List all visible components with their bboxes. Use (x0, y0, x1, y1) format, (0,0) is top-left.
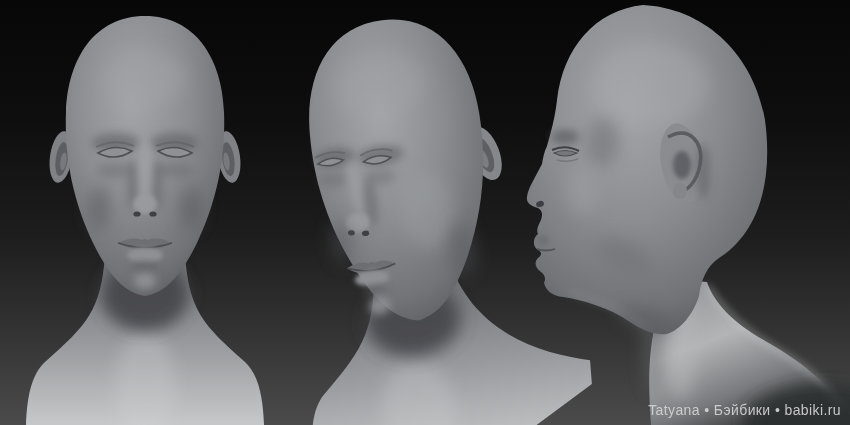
watermark: Tatyana • Бэйбики • babiki.ru (648, 402, 841, 418)
viewport: Tatyana • Бэйбики • babiki.ru (0, 0, 850, 425)
sculpt-render (0, 0, 850, 425)
nose-tip (133, 194, 157, 214)
lower-lip (127, 248, 163, 263)
head-front-view (26, 16, 264, 425)
